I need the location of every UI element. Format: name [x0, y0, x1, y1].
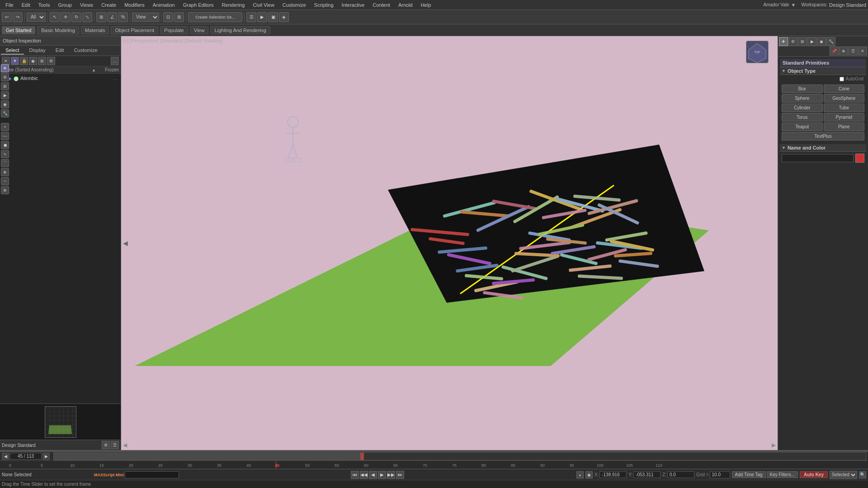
material-editor-btn[interactable]: ◈	[279, 12, 289, 22]
time-slider-handle[interactable]	[360, 453, 364, 460]
tab-object-placement[interactable]: Object Placement	[111, 26, 158, 34]
user-dropdown[interactable]: ▼	[791, 2, 796, 8]
space-warp-icon[interactable]: ~	[1, 177, 9, 185]
menu-modifiers[interactable]: Modifiers	[121, 1, 148, 9]
ot-pyramid[interactable]: Pyramid	[824, 113, 865, 122]
tab-materials[interactable]: Materials	[81, 26, 109, 34]
view-dropdown[interactable]: View	[132, 13, 159, 22]
render-frame-btn[interactable]: ▣	[268, 12, 278, 22]
rp-hierarchy-icon[interactable]: ⊞	[798, 37, 807, 46]
ot-box[interactable]: Box	[782, 84, 823, 93]
utilities-icon[interactable]: 🔧	[1, 109, 9, 117]
polygon-icon[interactable]: ◼	[1, 141, 9, 149]
add-time-tag-btn[interactable]: Add Time Tag	[732, 471, 766, 478]
modify-icon[interactable]: ⚙	[1, 73, 9, 81]
mirror-btn[interactable]: ⊞	[174, 12, 184, 22]
move-btn[interactable]: ✛	[61, 12, 71, 22]
autogrid-checkbox[interactable]	[840, 77, 844, 81]
rp-close-icon[interactable]: ✕	[858, 47, 867, 56]
x-input[interactable]	[599, 471, 627, 478]
scene-filter-btn[interactable]: ▼	[11, 57, 19, 65]
viewport-container[interactable]: [+] [Perspective] [Standard] [Default Sh…	[121, 36, 778, 450]
menu-interactive[interactable]: Interactive	[338, 1, 368, 9]
tab-basic-modeling[interactable]: Basic Modeling	[37, 26, 79, 34]
hierarchy-icon[interactable]: ⊞	[1, 82, 9, 90]
pb-prev-btn[interactable]: ◀	[369, 471, 377, 479]
ot-tube[interactable]: Tube	[824, 103, 865, 112]
menu-arnold[interactable]: Arnold	[395, 1, 416, 9]
auto-key-btn[interactable]: Auto Key	[800, 471, 828, 478]
script-input[interactable]	[125, 471, 179, 479]
snap-btn[interactable]: ⊞	[96, 12, 106, 22]
scene-more-btn[interactable]: …	[111, 57, 119, 65]
ws-icon-2[interactable]: ☰	[111, 441, 119, 449]
system-icon[interactable]: ⊗	[1, 186, 9, 194]
tab-populate[interactable]: Populate	[160, 26, 188, 34]
rotate-btn[interactable]: ↻	[71, 12, 81, 22]
left-tab-customize[interactable]: Customize	[70, 47, 102, 55]
create-icon[interactable]: ✚	[1, 64, 9, 72]
menu-animation[interactable]: Animation	[149, 1, 179, 9]
tl-prev-btn[interactable]: ◀	[2, 453, 9, 460]
key-mode-dropdown[interactable]: Selected	[830, 471, 857, 479]
pb-next-btn[interactable]: ▶▶	[387, 471, 395, 479]
name-color-header[interactable]: ▼ Name and Color	[780, 144, 866, 152]
key-filters-btn[interactable]: Key Filters...	[767, 471, 798, 478]
list-item[interactable]: ▶ ◈ ⬤ Alembic …	[1, 75, 120, 82]
y-input[interactable]	[633, 471, 660, 478]
z-input[interactable]	[667, 471, 694, 478]
motion-icon[interactable]: ▶	[1, 91, 9, 99]
redo-btn[interactable]: ↪	[13, 12, 23, 22]
tab-get-started[interactable]: Get Started	[2, 26, 35, 34]
mode-dropdown[interactable]: All	[27, 13, 46, 22]
ot-geosphere[interactable]: GeoSphere	[824, 94, 865, 103]
left-tab-edit[interactable]: Edit	[51, 47, 69, 55]
menu-customize[interactable]: Customize	[279, 1, 310, 9]
selection-set-btn[interactable]: Create Selection Se...	[188, 12, 242, 22]
display-icon[interactable]: ◉	[1, 100, 9, 108]
rp-create-icon[interactable]: ✚	[779, 37, 788, 46]
menu-content[interactable]: Content	[369, 1, 394, 9]
ot-cylinder[interactable]: Cylinder	[782, 103, 823, 112]
menu-edit[interactable]: Edit	[18, 1, 34, 9]
search-icon[interactable]: 🔍	[859, 471, 866, 479]
keying-icon-2[interactable]: ◉	[585, 471, 593, 479]
menu-civil-view[interactable]: Civil View	[249, 1, 278, 9]
pb-prev-key-btn[interactable]: ◀◀	[360, 471, 368, 479]
rp-more-icon[interactable]: ⊕	[839, 47, 848, 56]
menu-file[interactable]: File	[2, 1, 17, 9]
scene-settings-btn[interactable]: ⚙	[47, 57, 55, 65]
render-setup-btn[interactable]: ☰	[246, 12, 256, 22]
menu-rendering[interactable]: Rendering	[218, 1, 249, 9]
scene-list-content[interactable]: ▶ ◈ ⬤ Alembic …	[0, 74, 121, 404]
viewport-nav-right[interactable]: ▶	[772, 442, 776, 448]
pb-last-btn[interactable]: ⏭	[396, 471, 404, 479]
percent-snap-btn[interactable]: %	[118, 12, 128, 22]
rp-pin-icon[interactable]: 📌	[830, 47, 839, 56]
tab-lighting[interactable]: Lighting And Rendering	[210, 26, 270, 34]
time-slider-area[interactable]	[53, 452, 866, 460]
viewport-cube[interactable]: TOP	[746, 41, 773, 68]
ot-teapot[interactable]: Teapot	[782, 122, 823, 131]
object-type-header[interactable]: ▼ Object Type	[780, 67, 866, 75]
ot-torus[interactable]: Torus	[782, 113, 823, 122]
rp-motion-icon[interactable]: ▶	[807, 37, 816, 46]
ot-plane[interactable]: Plane	[824, 122, 865, 131]
viewport-nav-left[interactable]: ◀	[123, 442, 127, 448]
view-cube[interactable]: TOP	[746, 41, 769, 63]
keying-icon[interactable]: ⬥	[576, 471, 584, 479]
nurbs-icon[interactable]: ⌒	[1, 159, 9, 167]
scene-highlight-btn[interactable]: ◉	[29, 57, 37, 65]
menu-create[interactable]: Create	[98, 1, 120, 9]
menu-scripting[interactable]: Scripting	[311, 1, 337, 9]
tab-view[interactable]: View	[190, 26, 209, 34]
workspace-value[interactable]: Design Standard	[829, 2, 866, 8]
autogrid-label[interactable]: AutoGrid	[783, 76, 863, 81]
menu-group[interactable]: Group	[54, 1, 75, 9]
select-btn[interactable]: ↖	[50, 12, 60, 22]
menu-tools[interactable]: Tools	[35, 1, 54, 9]
object-name-input[interactable]	[782, 154, 854, 162]
color-swatch[interactable]	[855, 154, 864, 163]
scene-grid-btn[interactable]: ⊞	[38, 57, 46, 65]
scene-lock-btn[interactable]: 🔒	[20, 57, 28, 65]
